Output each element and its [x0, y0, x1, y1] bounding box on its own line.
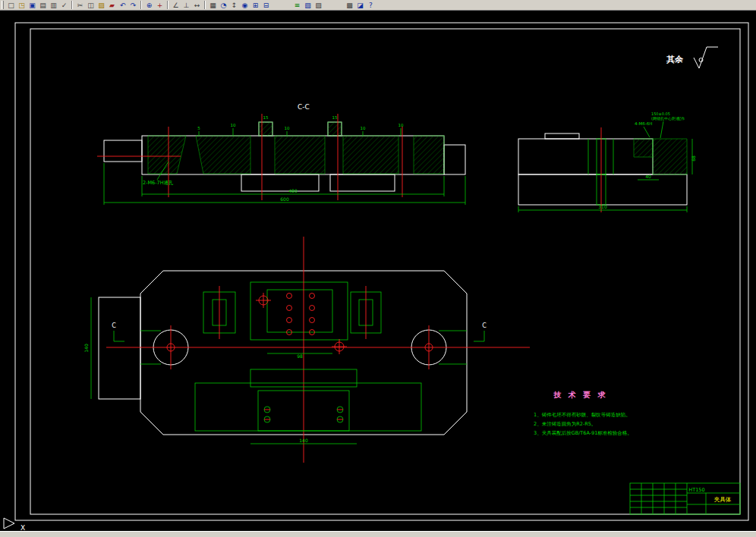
- toolbar-zoom-window-button[interactable]: ⊞: [250, 1, 260, 10]
- svg-text:15: 15: [263, 115, 269, 120]
- toolbar-object-color-button[interactable]: ▧: [303, 1, 313, 10]
- svg-text:40: 40: [645, 174, 651, 179]
- toolbar-layers-button[interactable]: ≡: [292, 1, 302, 10]
- toolbar-named-views-button[interactable]: ▦: [208, 1, 218, 10]
- surface-finish-note: 其余: [666, 47, 718, 68]
- toolbar-separator: [167, 1, 169, 9]
- toolbar-gap: [324, 5, 344, 5]
- toolbar-3d-orbit-button[interactable]: ◔: [219, 1, 228, 10]
- section-view-cc: C-C 5 10 15 10: [97, 103, 465, 205]
- toolbar-undo-button[interactable]: ↶: [118, 1, 128, 10]
- material-label: HT150: [688, 487, 704, 493]
- toolbar-linetype-button[interactable]: ▨: [313, 1, 323, 10]
- svg-text:480: 480: [288, 188, 298, 193]
- toolbar-designcenter-button[interactable]: ◪: [355, 1, 365, 10]
- toolbar-help-button[interactable]: ?: [366, 1, 376, 10]
- svg-text:140: 140: [83, 344, 89, 353]
- status-bar: [0, 531, 756, 537]
- svg-text:10: 10: [285, 126, 290, 130]
- toolbar-distance-button[interactable]: ↔: [192, 1, 202, 10]
- tech-requirement-item: 1、铸件毛坯不得有砂眼、裂纹等铸造缺陷。: [534, 412, 631, 418]
- toolbar-save-button[interactable]: ▣: [27, 1, 37, 10]
- toolbar-gap: [272, 5, 291, 5]
- svg-text:68: 68: [691, 155, 696, 162]
- toolbar-print-preview-button[interactable]: ▥: [49, 1, 58, 10]
- plan-view: 98 140 140 C C: [83, 237, 530, 463]
- toolbar-zoom-previous-button[interactable]: ⊟: [261, 1, 271, 10]
- title-block: HT150 夹具体: [630, 483, 740, 514]
- fit-note-line2: (两销孔中心距)配作: [651, 116, 685, 121]
- tech-requirements: 技 术 要 求 1、铸件毛坯不得有砂眼、裂纹等铸造缺陷。 2、未注铸造圆角为R2…: [534, 391, 632, 436]
- sheet-border: [15, 23, 748, 520]
- toolbar-insert-hyperlink-button[interactable]: ⊕: [144, 1, 154, 10]
- drawing-canvas[interactable]: 其余 C-C 5: [0, 11, 756, 531]
- toolbar-separator: [140, 1, 142, 9]
- toolbar-separator: [204, 1, 206, 9]
- toolbar-zoom-realtime-button[interactable]: ◉: [240, 1, 250, 10]
- svg-text:600: 600: [280, 196, 289, 202]
- side-section-view: 4-M6-6H 150±0.05 (两销孔中心距)配作 40 310 68: [518, 111, 696, 212]
- toolbar-match-properties-button[interactable]: ▰: [107, 1, 117, 10]
- toolbar-copy-button[interactable]: ◫: [86, 1, 96, 10]
- toolbar-spell-check-button[interactable]: ✓: [59, 1, 69, 10]
- toolbar-cut-button[interactable]: ✂: [75, 1, 85, 10]
- svg-text:140: 140: [299, 438, 308, 443]
- thread-leader-note: 2-M6-7H通孔: [143, 180, 174, 186]
- svg-text:5: 5: [197, 126, 200, 130]
- tap-note: 4-M6-6H: [635, 121, 652, 126]
- cut-label-left: C: [112, 322, 116, 329]
- toolbar-ucs-button[interactable]: ⊥: [181, 1, 191, 10]
- toolbar-object-snap-button[interactable]: ∠: [171, 1, 181, 10]
- toolbar-print-button[interactable]: ▤: [38, 1, 48, 10]
- svg-text:10: 10: [231, 123, 236, 127]
- svg-text:310: 310: [598, 204, 607, 209]
- toolbar: □◳▣▤▥✓✂◫▨▰↶↷⊕+∠⊥↔▦◔↕◉⊞⊟≡▧▨▩◪?: [0, 0, 756, 11]
- cut-label-right: C: [482, 322, 487, 329]
- section-label: C-C: [298, 103, 310, 111]
- part-name-label: 夹具体: [714, 496, 732, 503]
- section-top-dims: 5 10 15 10 15 10 10: [197, 115, 404, 136]
- ucs-x-label: X: [20, 524, 25, 531]
- toolbar-open-button[interactable]: ◳: [17, 1, 27, 10]
- svg-text:10: 10: [398, 123, 404, 127]
- toolbar-separator: [71, 1, 73, 9]
- tech-requirements-title: 技 术 要 求: [553, 391, 607, 399]
- toolbar-properties-button[interactable]: ▩: [345, 1, 354, 10]
- toolbar-redraw-button[interactable]: +: [155, 1, 165, 10]
- roughness-icon: [694, 47, 718, 68]
- toolbar-redo-button[interactable]: ↷: [128, 1, 138, 10]
- svg-text:15: 15: [332, 115, 338, 120]
- toolbar-paste-button[interactable]: ▨: [96, 1, 106, 10]
- surface-finish-label: 其余: [666, 55, 684, 64]
- svg-text:10: 10: [361, 126, 366, 130]
- tech-requirement-item: 3、夹具装配后按GB/T6A-91标准检验合格。: [534, 430, 632, 436]
- toolbar-new-button[interactable]: □: [6, 1, 16, 10]
- tech-requirement-item: 2、未注铸造圆角为R2-R5。: [534, 421, 596, 427]
- toolbar-pan-realtime-button[interactable]: ↕: [229, 1, 239, 10]
- svg-text:98: 98: [297, 353, 303, 359]
- toolbar-grip[interactable]: [2, 1, 4, 9]
